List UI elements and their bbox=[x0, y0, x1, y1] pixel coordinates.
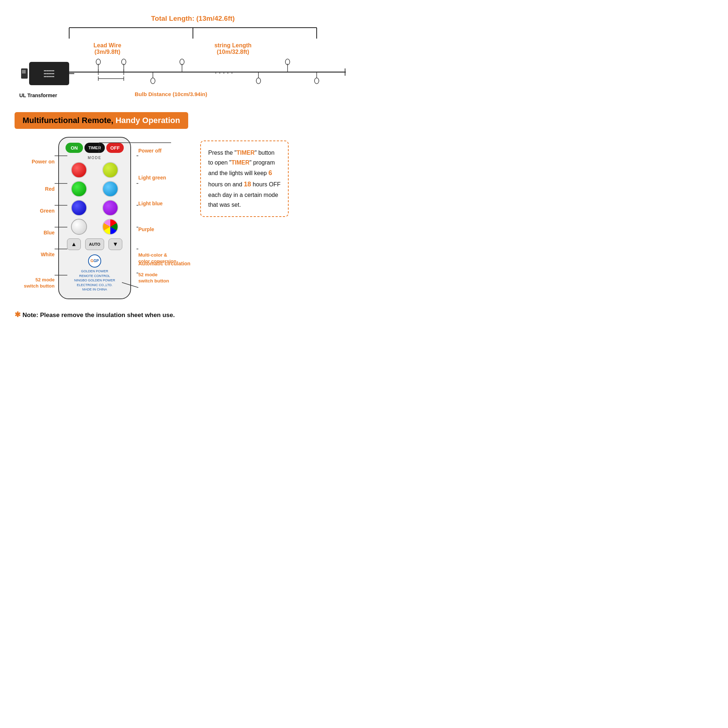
gp-circle: GGP bbox=[88, 254, 101, 268]
timer-box: Press the "TIMER" button to open "TIMER"… bbox=[200, 141, 289, 217]
svg-text:. . . . .: . . . . . bbox=[215, 67, 233, 75]
label-auto-circ: Automatic circulation bbox=[138, 261, 211, 266]
btn-off[interactable]: OFF bbox=[106, 143, 124, 153]
note-text: Note: Please remove the insulation sheet… bbox=[23, 312, 175, 318]
string-length-label: string Length (10m/32.8ft) bbox=[147, 42, 318, 55]
btn-timer[interactable]: TIMER bbox=[84, 143, 105, 153]
btn-light-green[interactable] bbox=[102, 162, 118, 178]
btn-arrow-up[interactable]: ▲ bbox=[67, 239, 81, 250]
total-length-value: (13m/42.6ft) bbox=[196, 15, 235, 22]
label-white: White bbox=[41, 252, 55, 257]
sub-labels-row: Lead Wire (3m/9.8ft) string Length (10m/… bbox=[15, 42, 371, 55]
timer-word1: TIMER bbox=[237, 150, 255, 156]
ul-transformer-label: UL Transformer bbox=[15, 92, 62, 98]
wire-row: ■■■■■■■■ ■■■■■■■■ ■■■■■■■■ bbox=[15, 58, 371, 89]
remote-body-wrapper: ON TIMER OFF MODE bbox=[58, 137, 131, 299]
multifunctional-banner: Multifunctional Remote, Handy Operation bbox=[15, 112, 188, 129]
label-green: Green bbox=[40, 208, 55, 214]
color-grid bbox=[65, 162, 124, 235]
wire-svg: . . . . . bbox=[69, 58, 371, 89]
remote-section: Power on Red Green Blue White 52 modeswi… bbox=[15, 137, 371, 299]
btn-blue[interactable] bbox=[71, 200, 87, 216]
svg-point-15 bbox=[151, 78, 155, 84]
timer-num6: 6 bbox=[268, 169, 272, 177]
label-power-on: Power on bbox=[32, 159, 55, 165]
plug bbox=[21, 69, 28, 79]
label-red: Red bbox=[45, 186, 55, 192]
btn-light-blue[interactable] bbox=[102, 181, 118, 197]
remote-body: ON TIMER OFF MODE bbox=[58, 137, 131, 299]
svg-point-24 bbox=[315, 78, 319, 84]
remote-top-row: ON TIMER OFF bbox=[65, 143, 124, 153]
timer-text5: and the lights will keep bbox=[208, 170, 268, 176]
btn-purple[interactable] bbox=[102, 200, 118, 216]
bulb-distance-value: (10cm/3.94in) bbox=[173, 91, 207, 97]
btn-auto[interactable]: AUTO bbox=[85, 239, 104, 250]
logo-origin: MADE IN CHINA bbox=[65, 287, 124, 292]
btn-green[interactable] bbox=[71, 181, 87, 197]
note-section: ✱ Note: Please remove the insulation she… bbox=[15, 310, 371, 319]
btn-on[interactable]: ON bbox=[66, 143, 83, 153]
note-star: ✱ bbox=[15, 310, 21, 318]
btn-red[interactable] bbox=[71, 162, 87, 178]
banner-text-white: Handy Operation bbox=[113, 116, 180, 125]
label-purple: Purple bbox=[138, 226, 197, 232]
gp-logo: GGP GOLDEN POWER REMOTE CONTROL NINGBO G… bbox=[65, 254, 124, 292]
transformer-box: ■■■■■■■■ ■■■■■■■■ ■■■■■■■■ bbox=[29, 62, 69, 85]
label-auto-circ-wrapper: Automatic circulation bbox=[138, 261, 211, 266]
bottom-row: ▲ AUTO ▼ bbox=[65, 239, 124, 250]
timer-text9: each day in a certain mode bbox=[208, 192, 278, 198]
logo-name: GOLDEN POWER bbox=[65, 269, 124, 274]
label-blue: Blue bbox=[44, 230, 55, 236]
label-power-off: Power off bbox=[138, 148, 197, 154]
timer-text: Press the "TIMER" button to open "TIMER"… bbox=[208, 148, 281, 210]
label-light-green: Light green bbox=[138, 175, 197, 180]
bulb-distance-label: Bulb Distance bbox=[135, 91, 171, 97]
label-switch-left: 52 modeswitch button bbox=[24, 277, 55, 289]
brace-svg bbox=[66, 24, 320, 42]
brace-row bbox=[15, 24, 371, 42]
label-switch-right: 52 modeswitch button bbox=[138, 272, 197, 284]
diagram-section: Total Length: (13m/42.6ft) Lead Wire (3m… bbox=[15, 11, 371, 98]
mode-label: MODE bbox=[65, 156, 124, 160]
timer-text10: that was set. bbox=[208, 202, 241, 208]
logo-subtitle: REMOTE CONTROL bbox=[65, 274, 124, 278]
timer-word2: TIMER bbox=[231, 159, 250, 166]
timer-num18: 18 bbox=[244, 180, 251, 188]
banner-text-black: Multifunctional Remote, bbox=[23, 116, 113, 125]
total-length-text: Total Length: bbox=[151, 15, 194, 22]
remote-diagram: Power on Red Green Blue White 52 modeswi… bbox=[15, 137, 189, 299]
btn-multicolor[interactable] bbox=[102, 219, 118, 235]
logo-mfg: NINGBO GOLDEN POWER ELECTRONIC CO.,LTD. bbox=[65, 278, 124, 287]
bulb-distance: Bulb Distance (10cm/3.94in) bbox=[135, 91, 207, 97]
label-light-blue: Light blue bbox=[138, 200, 197, 206]
btn-arrow-down[interactable]: ▼ bbox=[109, 239, 122, 250]
btn-white[interactable] bbox=[71, 219, 87, 235]
svg-point-20 bbox=[256, 78, 261, 84]
lead-wire-label: Lead Wire (3m/9.8ft) bbox=[67, 42, 147, 55]
total-length-label: Total Length: (13m/42.6ft) bbox=[15, 15, 371, 23]
